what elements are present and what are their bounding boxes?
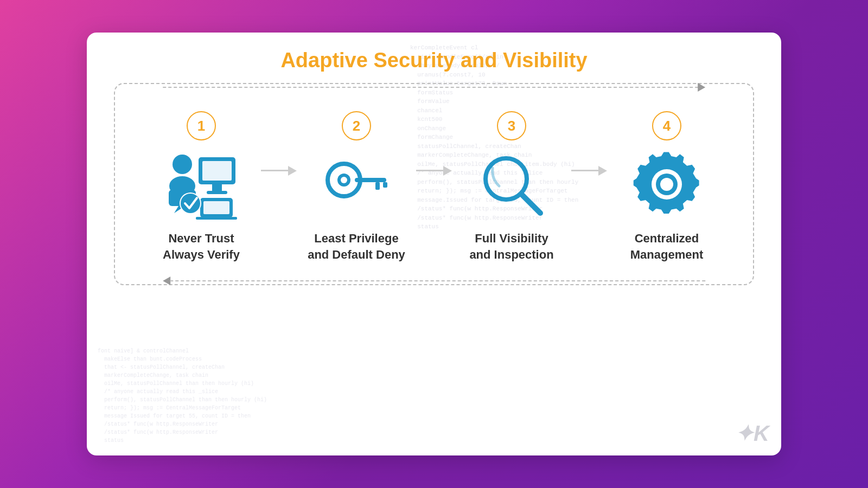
step-1-number: 1 — [187, 111, 216, 140]
gear-icon — [629, 149, 705, 220]
svg-rect-15 — [375, 182, 380, 190]
svg-rect-14 — [355, 178, 386, 182]
connector-3-4 — [571, 166, 607, 176]
bottom-arrow-head — [163, 277, 170, 285]
connector-arrow-head — [598, 166, 607, 176]
svg-point-12 — [181, 194, 200, 213]
top-arrow-line — [163, 87, 698, 88]
connector-arrow-head — [443, 166, 452, 176]
svg-rect-6 — [212, 184, 222, 191]
bottom-arrow-line — [170, 280, 705, 281]
svg-line-20 — [522, 195, 540, 213]
connector-line — [571, 170, 598, 171]
step-1: 1 — [142, 111, 261, 262]
svg-rect-9 — [203, 201, 229, 214]
step-3-number: 3 — [497, 111, 526, 140]
connector-2-3 — [416, 166, 452, 176]
step-3: 3 Full Visibilityand Inspection — [452, 111, 571, 262]
users-devices-check-icon — [163, 149, 239, 220]
main-card: kerCompleteEvent cl title.handleFunc('/a… — [87, 33, 781, 455]
svg-rect-10 — [196, 217, 237, 220]
svg-rect-16 — [383, 182, 387, 188]
step-4-number: 4 — [652, 111, 681, 140]
svg-rect-5 — [202, 161, 232, 181]
page-title: Adaptive Security and Visibility — [114, 49, 754, 72]
svg-rect-7 — [207, 191, 227, 194]
bottom-arrow — [163, 277, 705, 285]
step-2-number: 2 — [342, 111, 371, 140]
step-2: 2 Least Pri — [297, 111, 416, 262]
svg-point-23 — [660, 178, 673, 191]
top-arrow — [163, 83, 705, 92]
magnifier-icon — [474, 149, 550, 220]
svg-point-18 — [341, 177, 347, 183]
step-4: 4 CentralizedManagement — [607, 111, 726, 262]
dashed-border-box: 1 — [114, 83, 754, 285]
k-watermark: ✦K — [735, 421, 769, 446]
k-star: ✦ — [735, 421, 754, 445]
top-arrow-head — [698, 83, 705, 92]
step-4-label: CentralizedManagement — [630, 230, 703, 262]
code-background-left: font naive] & controlChannel makeElse th… — [87, 336, 330, 455]
step-2-label: Least Privilegeand Default Deny — [308, 230, 405, 262]
connector-line — [261, 170, 288, 171]
step-1-label: Never TrustAlways Verify — [163, 230, 240, 262]
step-3-label: Full Visibilityand Inspection — [469, 230, 553, 262]
connector-arrow-head — [288, 166, 297, 176]
steps-row: 1 — [126, 111, 742, 262]
connector-1-2 — [261, 166, 297, 176]
key-icon — [318, 149, 394, 220]
svg-point-0 — [173, 155, 192, 174]
connector-line — [416, 170, 443, 171]
